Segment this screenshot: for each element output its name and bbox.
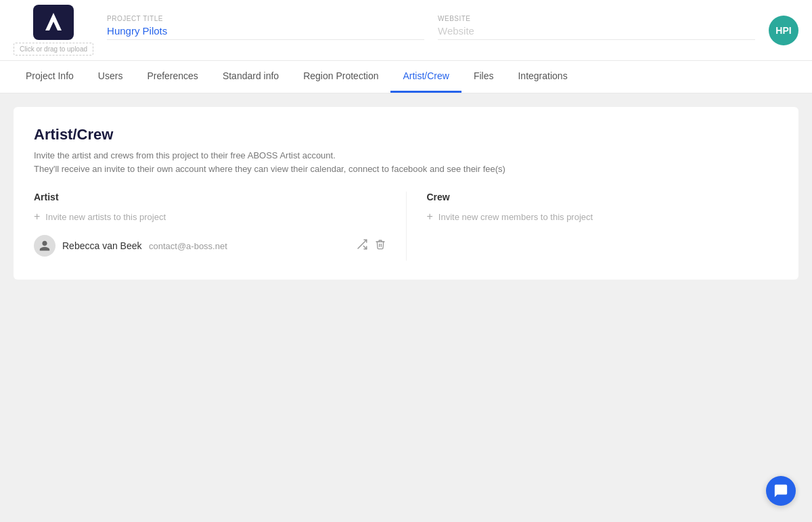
project-title-value[interactable]: Hungry Pilots (107, 25, 424, 40)
artist-section-title: Artist (34, 192, 386, 202)
project-fields: PROJECT TITLE Hungry Pilots WEBSITE Webs… (107, 15, 755, 45)
artist-avatar (34, 235, 55, 257)
invite-artist-row[interactable]: + Invite new artists to this project (34, 211, 386, 223)
project-title-field: PROJECT TITLE Hungry Pilots (107, 15, 424, 40)
artist-actions (356, 238, 386, 253)
project-title-label: PROJECT TITLE (107, 15, 424, 22)
card-title: Artist/Crew (34, 126, 778, 144)
shuffle-icon[interactable] (356, 238, 368, 253)
two-col-layout: Artist + Invite new artists to this proj… (34, 192, 778, 261)
tab-preferences[interactable]: Preferences (135, 61, 210, 93)
avatar: HPI (769, 16, 798, 45)
crew-column: Crew + Invite new crew members to this p… (407, 192, 779, 261)
website-field: WEBSITE Website (438, 15, 755, 40)
website-input[interactable]: Website (438, 25, 755, 40)
upload-label[interactable]: Click or drag to upload (14, 43, 93, 56)
artist-email: contact@a-boss.net (149, 241, 227, 251)
tab-region-protection[interactable]: Region Protection (291, 61, 390, 93)
card-desc-line2: They'll receive an invite to their own a… (34, 164, 505, 174)
header: Click or drag to upload PROJECT TITLE Hu… (0, 0, 812, 61)
tab-standard-info[interactable]: Standard info (210, 61, 291, 93)
plus-icon-crew: + (427, 211, 433, 223)
tab-artist-crew[interactable]: Artist/Crew (390, 61, 461, 93)
plus-icon: + (34, 211, 40, 223)
artist-crew-card: Artist/Crew Invite the artist and crews … (14, 107, 798, 280)
tab-files[interactable]: Files (461, 61, 506, 93)
crew-section-title: Crew (427, 192, 779, 202)
delete-icon[interactable] (375, 238, 386, 253)
logo-area: Click or drag to upload (14, 5, 93, 56)
card-desc: Invite the artist and crews from this pr… (34, 149, 778, 175)
chat-button[interactable] (766, 476, 796, 506)
content-area: Artist/Crew Invite the artist and crews … (0, 93, 812, 513)
nav-tabs: Project Info Users Preferences Standard … (0, 61, 812, 93)
invite-crew-label: Invite new crew members to this project (438, 212, 593, 222)
invite-crew-row[interactable]: + Invite new crew members to this projec… (427, 211, 779, 223)
artist-column: Artist + Invite new artists to this proj… (34, 192, 407, 261)
website-label: WEBSITE (438, 15, 755, 22)
invite-artist-label: Invite new artists to this project (45, 212, 166, 222)
logo-icon (33, 5, 74, 40)
artist-name: Rebecca van Beek (62, 240, 142, 251)
tab-users[interactable]: Users (86, 61, 135, 93)
card-desc-line1: Invite the artist and crews from this pr… (34, 150, 336, 160)
artist-name-email: Rebecca van Beek contact@a-boss.net (62, 240, 227, 252)
tab-integrations[interactable]: Integrations (505, 61, 579, 93)
tab-project-info[interactable]: Project Info (14, 61, 86, 93)
artist-item: Rebecca van Beek contact@a-boss.net (34, 231, 386, 261)
